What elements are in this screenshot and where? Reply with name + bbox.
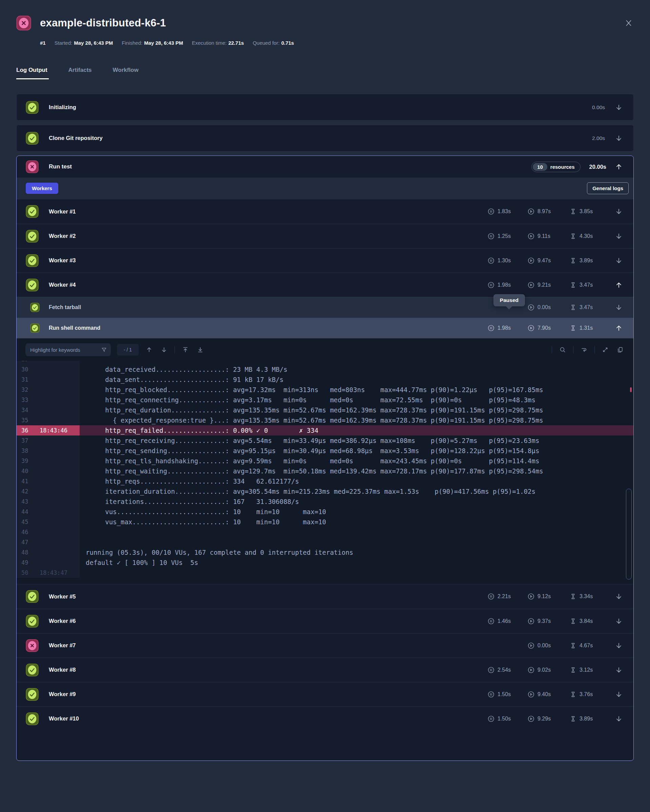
log-line: 46	[17, 527, 633, 537]
hourglass-icon	[570, 691, 577, 698]
expand-collapse-arrow[interactable]	[615, 324, 623, 332]
waiting-duration: 4.30s	[570, 233, 608, 240]
line-content: iterations.....................: 167 31.…	[79, 496, 633, 507]
log-line: 45 vus_max........................: 10 m…	[17, 517, 633, 527]
running-duration: 9.12s	[528, 593, 570, 600]
line-number: 29	[17, 361, 35, 364]
expand-collapse-arrow[interactable]	[615, 642, 623, 649]
expand-collapse-arrow[interactable]	[615, 593, 623, 600]
wrap-lines-button[interactable]	[580, 345, 588, 354]
worker-name: Worker #7	[49, 642, 478, 649]
paused-duration: 2.21s	[488, 593, 528, 600]
expand-collapse-arrow[interactable]	[615, 666, 623, 674]
line-timestamp	[35, 547, 79, 557]
pause-icon	[488, 325, 494, 331]
line-number: 46	[17, 527, 35, 537]
line-timestamp	[35, 517, 79, 527]
scroll-top-icon	[182, 346, 189, 353]
expand-collapse-arrow[interactable]	[615, 691, 623, 698]
chevron-arrow-icon	[615, 666, 623, 674]
resources-label: resources	[550, 164, 575, 170]
expand-collapse-arrow[interactable]	[615, 232, 623, 240]
worker-timings: 1.50s 9.29s 3.89s	[488, 715, 623, 722]
log-scrollbar-thumb[interactable]	[626, 489, 632, 580]
chevron-arrow-icon	[615, 642, 623, 649]
search-icon	[559, 346, 566, 353]
collapse-arrow[interactable]	[615, 163, 623, 171]
substep-row[interactable]: Run shell command 1.98s 7.90s 1.31s	[17, 317, 633, 338]
execution-time: Execution time:22.71s	[192, 40, 244, 46]
play-icon	[528, 282, 534, 288]
worker-row[interactable]: Worker #4 1.98s 9.21s 3.47s	[17, 272, 633, 297]
finished-at: Finished:May 28, 6:43 PM	[122, 40, 183, 46]
tab-artifacts[interactable]: Artifacts	[69, 67, 92, 73]
expand-collapse-arrow[interactable]	[615, 617, 623, 625]
step-clone-git-repository[interactable]: Clone Git repository 2.00s	[16, 125, 634, 151]
fullscreen-button[interactable]	[601, 345, 610, 354]
pause-icon	[488, 233, 494, 240]
worker-name: Worker #8	[49, 667, 478, 673]
paused-duration: 1.46s	[488, 618, 528, 624]
tab-workflow[interactable]: Workflow	[113, 67, 139, 73]
line-number: 35	[17, 415, 35, 425]
next-match-button[interactable]	[160, 345, 168, 354]
pause-icon	[488, 618, 494, 624]
expand-collapse-arrow[interactable]	[615, 208, 623, 215]
worker-row[interactable]: Worker #7 0.00s 4.67s	[17, 633, 633, 658]
substep-name: Fetch tarball	[49, 304, 479, 310]
line-timestamp	[35, 507, 79, 517]
search-button[interactable]	[558, 345, 567, 354]
play-icon	[528, 618, 534, 624]
worker-row[interactable]: Worker #6 1.46s 9.37s 3.84s	[17, 609, 633, 633]
chevron-arrow-icon	[615, 324, 623, 332]
step-duration: 0.00s	[592, 104, 605, 110]
tab-log-output[interactable]: Log Output	[16, 67, 47, 73]
expand-collapse-arrow[interactable]	[615, 134, 623, 142]
worker-timings: 1.46s 9.37s 3.84s	[488, 617, 623, 625]
expand-collapse-arrow[interactable]	[615, 304, 623, 311]
status-icon	[26, 615, 39, 627]
step-initializing[interactable]: Initializing 0.00s	[16, 94, 634, 121]
pause-icon	[488, 667, 494, 673]
expand-collapse-arrow[interactable]	[615, 281, 623, 289]
copy-logs-button[interactable]	[616, 345, 625, 354]
worker-timings: 1.30s 9.47s 3.89s	[488, 257, 623, 264]
expand-collapse-arrow[interactable]	[615, 104, 623, 111]
prev-match-button[interactable]	[145, 345, 154, 354]
line-timestamp	[35, 415, 79, 425]
expand-collapse-arrow[interactable]	[615, 715, 623, 722]
keyword-filter-input[interactable]	[25, 343, 111, 356]
log-line: 34 http_req_duration..............: avg=…	[17, 405, 633, 415]
worker-row[interactable]: Worker #1 1.83s 8.97s 3.85s	[17, 199, 633, 224]
chevron-up-icon	[615, 163, 623, 171]
worker-name: Worker #9	[49, 691, 478, 698]
running-duration: 9.21s	[528, 282, 570, 288]
substep-row[interactable]: Fetch tarball 0.00s 3.47s Paused	[17, 297, 633, 317]
expand-collapse-arrow[interactable]	[615, 257, 623, 264]
step-duration: 20.00s	[589, 164, 606, 170]
line-content: default ✓ [ 100% ] 10 VUs 5s	[79, 557, 633, 568]
worker-row[interactable]: Worker #9 1.50s 9.40s 3.76s	[17, 682, 633, 706]
close-button[interactable]	[624, 18, 634, 28]
waiting-duration: 3.47s	[570, 304, 608, 311]
run-test-header[interactable]: Run test 10 resources 20.00s	[17, 156, 633, 178]
log-line: 29	[17, 361, 633, 364]
paused-tooltip: Paused	[493, 294, 525, 306]
scroll-to-top-button[interactable]	[181, 345, 190, 354]
line-number: 50	[17, 568, 35, 578]
paused-duration: 1.50s	[488, 716, 528, 722]
workers-tab[interactable]: Workers	[26, 183, 58, 194]
wrap-lines-icon	[581, 346, 587, 353]
worker-row[interactable]: Worker #10 1.50s 9.29s 3.89s	[17, 706, 633, 731]
arrow-down-icon	[161, 346, 168, 353]
scroll-to-bottom-button[interactable]	[196, 345, 205, 354]
worker-row[interactable]: Worker #2 1.25s 9.11s 4.30s	[17, 224, 633, 248]
queued-for: Queued for:0.71s	[253, 40, 294, 46]
worker-row[interactable]: Worker #8 2.54s 9.02s 3.12s	[17, 658, 633, 682]
worker-row[interactable]: Worker #3 1.30s 9.47s 3.89s	[17, 248, 633, 272]
line-timestamp	[35, 527, 79, 537]
step-name: Initializing	[49, 104, 582, 110]
general-logs-button[interactable]: General logs	[587, 182, 629, 194]
play-icon	[528, 208, 534, 215]
worker-row[interactable]: Worker #5 2.21s 9.12s 3.34s	[17, 584, 633, 609]
